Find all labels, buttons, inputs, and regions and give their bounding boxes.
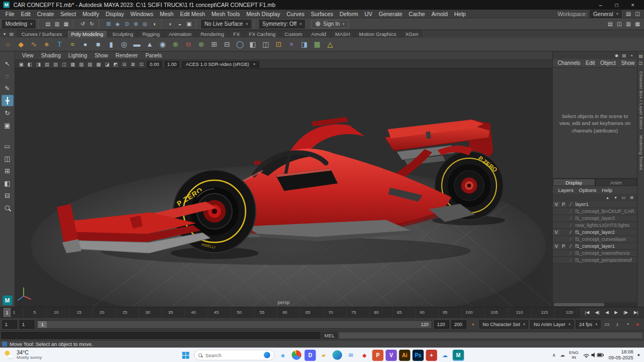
snap-to-projected-center-icon[interactable]: ⊚ <box>131 20 140 28</box>
attribute-editor-toggle-icon[interactable]: ▥ <box>624 20 633 28</box>
snap-to-point-icon[interactable]: ⊙ <box>122 20 131 28</box>
minimize-button[interactable]: – <box>592 0 609 10</box>
playback-speed-icon[interactable]: ◔ <box>623 320 632 329</box>
move-tool-icon[interactable]: ╋ <box>2 95 13 106</box>
status-separator[interactable] <box>196 20 199 28</box>
menu-file[interactable]: File <box>2 11 18 17</box>
timeline-track[interactable]: 1 15101520253035404550556065707580859095… <box>0 307 579 317</box>
shelf-tab-fx-caching[interactable]: FX Caching <box>245 30 280 38</box>
motion-blur-icon[interactable]: ⊠ <box>129 61 137 68</box>
new-scene-icon[interactable]: ▤ <box>43 20 52 28</box>
construction-history-icon[interactable]: ◑ <box>150 20 158 28</box>
move-layer-down-icon[interactable]: ▾ <box>612 194 619 201</box>
character-set-dropdown[interactable]: No Character Set <box>479 320 528 329</box>
menu-edit[interactable]: Edit <box>18 11 34 17</box>
search-box[interactable] <box>194 350 275 360</box>
sidebar-tab-channel-box[interactable]: Channel Box / Layer Editor <box>639 71 643 130</box>
workspace-dropdown[interactable]: General <box>590 10 621 18</box>
menu-set-dropdown[interactable]: Modeling <box>2 20 35 28</box>
shelf-tab-mash[interactable]: MASH <box>331 30 354 38</box>
shelf-tab-rigging[interactable]: Rigging <box>138 30 164 38</box>
menu-generate[interactable]: Generate <box>376 11 406 17</box>
maya-icon[interactable]: M <box>453 350 464 361</box>
menu-deform[interactable]: Deform <box>336 11 361 17</box>
mel-toggle[interactable]: MEL <box>321 332 338 339</box>
photoshop-icon[interactable]: Ps <box>413 350 424 361</box>
layer-row[interactable]: ∕f1_concept_perspectiveref <box>553 257 637 264</box>
snap-to-curve-icon[interactable]: ◈ <box>113 20 122 28</box>
status-separator[interactable] <box>99 20 101 28</box>
layer-row[interactable]: VP∕layer1 <box>553 201 637 208</box>
shelf-tab-sculpting[interactable]: Sculpting <box>108 30 137 38</box>
menu-create[interactable]: Create <box>34 11 57 17</box>
layer-name[interactable]: new_lights:LIGHTS:lights <box>574 223 630 228</box>
anim-layer-dropdown[interactable]: No Anim Layer <box>530 320 574 329</box>
shelf-tab-curves-surfaces[interactable]: Curves / Surfaces <box>17 30 67 38</box>
sketchbook-icon[interactable]: ◆ <box>359 350 370 361</box>
four-pane-layout-icon[interactable]: ⊞ <box>2 165 13 176</box>
layer-row[interactable]: ∕f1_concept_BACKUP_CAR <box>553 208 637 215</box>
tray-chevron-icon[interactable]: ∧ <box>552 352 556 358</box>
onedrive-icon[interactable]: ☁ <box>440 350 451 361</box>
panel-menu-show[interactable]: Show <box>91 53 112 58</box>
animation-end-field[interactable]: 200 <box>451 320 466 329</box>
two-d-pan-zoom-icon[interactable]: ◫ <box>60 61 68 68</box>
tray-status-icons[interactable] <box>583 352 604 358</box>
menu-curves[interactable]: Curves <box>283 11 308 17</box>
sweep-mesh-icon[interactable]: ≈ <box>67 39 78 50</box>
tool-settings-tab-icon[interactable]: ◫ <box>638 60 644 66</box>
render-settings-icon[interactable]: ▣ <box>185 20 193 28</box>
onedrive-tray-icon[interactable]: ☁ <box>560 352 565 358</box>
nurbs-circle-icon[interactable]: ○ <box>3 39 13 50</box>
combine-icon[interactable]: ⊞ <box>209 39 219 50</box>
isolate-select-icon[interactable]: ⊡ <box>137 61 145 68</box>
ep-curve-icon[interactable]: ∿ <box>28 39 39 50</box>
layer-row[interactable]: ∕f1_concept_mainrefrence <box>553 250 637 257</box>
menu-modify[interactable]: Modify <box>79 11 103 17</box>
target-weld-icon[interactable]: △ <box>325 39 335 50</box>
menu-arnold[interactable]: Arnold <box>428 11 451 17</box>
layer-editor-tab-anim[interactable]: Anim <box>595 179 638 186</box>
select-camera-icon[interactable]: ▣ <box>17 61 25 68</box>
script-output-field[interactable] <box>339 332 643 339</box>
star-curve-icon[interactable]: ∗ <box>41 39 52 50</box>
lock-camera-icon[interactable]: ◧ <box>26 61 34 68</box>
layer-row[interactable]: ∕f1_concept_layer3 <box>553 215 637 222</box>
zoom-tool-icon[interactable] <box>2 202 13 213</box>
layer-playback-toggle[interactable]: P <box>560 243 567 249</box>
step-back-frame-button[interactable]: ◀| <box>595 310 599 315</box>
ipr-render-icon[interactable]: ◒ <box>175 20 184 28</box>
bridge-icon[interactable]: ◫ <box>260 39 271 50</box>
menu-windows[interactable]: Windows <box>127 11 157 17</box>
boolean-difference-icon[interactable]: ⊖ <box>183 39 194 50</box>
shelf-tab-arnold[interactable]: Arnold <box>307 30 330 38</box>
viewport-canvas[interactable]: P ZERO <box>15 69 552 307</box>
poly-sphere-icon[interactable]: ● <box>80 39 91 50</box>
layer-playback-toggle[interactable]: P <box>560 202 567 207</box>
boolean-intersection-icon[interactable]: ⊗ <box>196 39 207 50</box>
fps-dropdown[interactable]: 24 fps <box>576 320 601 329</box>
paint-select-tool-icon[interactable]: ✎ <box>2 83 13 94</box>
search-input[interactable] <box>206 352 257 358</box>
status-separator[interactable] <box>161 20 164 28</box>
status-separator[interactable] <box>73 20 76 28</box>
animation-start-field[interactable]: 1 <box>2 320 17 329</box>
layer-row[interactable]: ∕f1_concept_curveslayer <box>553 236 637 243</box>
menu-select[interactable]: Select <box>57 11 79 17</box>
channel-box-toggle-icon[interactable]: ◫ <box>615 20 624 28</box>
layer-menu-options[interactable]: Options <box>576 187 599 193</box>
layer-visibility-toggle[interactable]: V <box>553 230 560 235</box>
menu-edit-mesh[interactable]: Edit Mesh <box>177 11 208 17</box>
panel-menu-lighting[interactable]: Lighting <box>64 53 91 58</box>
pin-panel-icon[interactable]: ◉ <box>613 52 620 58</box>
shelf-tab-custom[interactable]: Custom <box>280 30 306 38</box>
step-forward-frame-button[interactable]: |▶ <box>624 310 628 315</box>
snap-to-grid-icon[interactable]: ⊞ <box>104 20 113 28</box>
menu-uv[interactable]: UV <box>361 11 376 17</box>
workspace-save-icon[interactable]: ▤ <box>624 10 633 18</box>
rotate-tool-icon[interactable]: ↻ <box>2 107 13 119</box>
use-all-lights-icon[interactable]: ◪ <box>103 61 111 68</box>
colorspace-dropdown[interactable]: ACES 1.0 SDR-video (sRGB) <box>182 61 259 68</box>
channel-menu-show[interactable]: Show <box>618 60 637 66</box>
sidebar-tab-modeling-toolkit[interactable]: Modeling Toolkit <box>639 135 643 170</box>
